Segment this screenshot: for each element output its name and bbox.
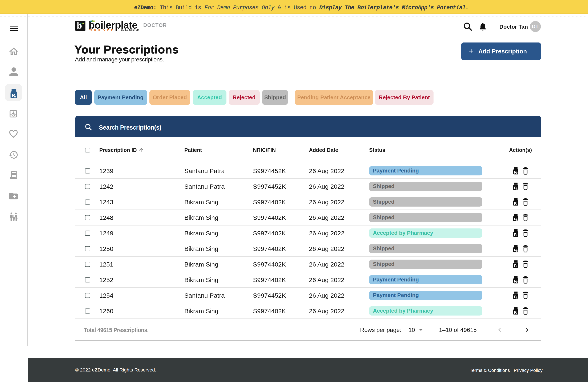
svg-text:x: x — [516, 265, 517, 268]
svg-text:x: x — [516, 203, 517, 206]
svg-text:x: x — [516, 218, 517, 221]
svg-text:x: x — [14, 95, 16, 98]
svg-text:x: x — [516, 187, 517, 190]
svg-text:x: x — [516, 172, 517, 175]
svg-text:x: x — [516, 312, 517, 315]
svg-text:x: x — [516, 249, 517, 252]
svg-text:x: x — [516, 281, 517, 283]
svg-text:x: x — [516, 234, 517, 237]
svg-text:x: x — [516, 296, 517, 299]
